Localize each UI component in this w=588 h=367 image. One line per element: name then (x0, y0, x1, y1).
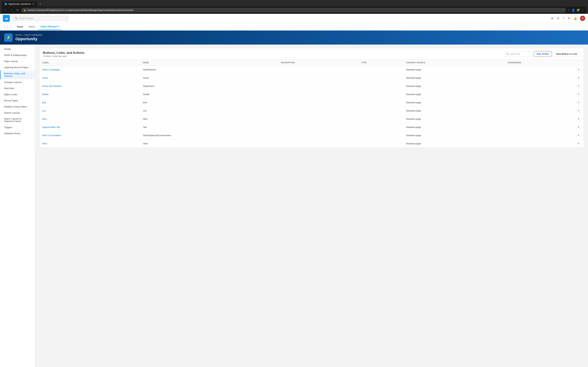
sidebar-item-search-layouts[interactable]: Search Layouts (0, 110, 35, 116)
row-label-link[interactable]: New (42, 118, 47, 120)
quick-find-search-icon: 🔍 (506, 53, 509, 55)
table-header-row: LABEL NAME DESCRIPTION TYPE CONTENT SOUR… (39, 60, 584, 66)
grid-icon[interactable]: ⊞ (550, 16, 554, 21)
row-action-dropdown-button[interactable]: ▾ (576, 92, 581, 96)
quick-find-input[interactable]: 🔍 Quick Find (504, 51, 532, 57)
cell-overridden: ▾ (505, 140, 584, 148)
col-header-label: LABEL (39, 60, 140, 66)
salesforce-logo[interactable]: ☁ (3, 15, 10, 22)
refresh-button[interactable]: ↻ (16, 8, 19, 12)
cell-content-source: Standard page (403, 74, 505, 82)
row-action-dropdown-button[interactable]: ▾ (576, 142, 581, 145)
cloud-icon: ☁ (5, 17, 8, 20)
sidebar-item-record-types[interactable]: Record Types (0, 98, 35, 104)
sidebar-item-compact-layouts[interactable]: Compact Layouts (0, 79, 35, 85)
cell-label: Clone (39, 74, 140, 82)
row-label-link[interactable]: Start Conversation (42, 134, 61, 137)
cell-content-source: Standard page (403, 131, 505, 140)
cell-name: StartOutboundConversation (140, 131, 278, 140)
row-label-link[interactable]: Clone (42, 76, 48, 79)
sidebar-item-field-sets[interactable]: Field Sets (0, 85, 35, 92)
sidebar-item-page-layouts[interactable]: Page Layouts (0, 58, 35, 64)
add-icon[interactable]: ⊕ (556, 16, 560, 21)
sidebar-item-fields-relationships[interactable]: Fields & Relationships (0, 52, 35, 58)
cell-type (358, 90, 403, 98)
profile-icon[interactable]: 👤 (571, 8, 575, 12)
cell-overridden: ▾ (505, 74, 584, 82)
cell-type (358, 98, 403, 107)
bookmark-icon[interactable]: ☆ (568, 8, 570, 12)
global-search[interactable]: 🔍 Search Setup (13, 16, 69, 21)
menu-icon[interactable]: ⋮ (581, 8, 584, 12)
back-button[interactable]: ← (4, 8, 8, 12)
sidebar-item-object-manager[interactable]: Object Manager ▾ (38, 23, 62, 30)
browser-tab-active[interactable]: Opportunity | Salesforce ✕ (2, 1, 37, 7)
cell-overridden: ▾ (505, 115, 584, 123)
table-row: Clone with Related DeepClone Standard pa… (39, 82, 584, 90)
table-row: Opportunities Tab Tab Standard page ▾ (39, 123, 584, 131)
main-panel: Buttons, Links, and Actions 10 Items, So… (39, 48, 584, 148)
extension-icon[interactable]: 🧩 (576, 8, 580, 12)
cell-description (278, 90, 359, 98)
cell-content-source: Standard page (403, 123, 505, 131)
address-bar[interactable]: 🔒 velocity-computing-9919.lightning.forc… (21, 8, 566, 12)
search-icon: 🔍 (15, 17, 18, 20)
waffle-menu-icon[interactable]: ⋮⋮⋮ (3, 25, 12, 29)
sidebar-item-related-lookup-filters[interactable]: Related Lookup Filters (0, 104, 35, 110)
row-label-link[interactable]: Opportunities Tab (42, 126, 60, 128)
help-icon[interactable]: ? (562, 16, 565, 21)
row-action-dropdown-button[interactable]: ▾ (576, 68, 581, 71)
tab-title: Opportunity | Salesforce (9, 3, 31, 5)
sidebar-item-home[interactable]: Home (26, 24, 37, 30)
row-label-link[interactable]: List (42, 109, 46, 112)
cell-type (358, 131, 403, 140)
row-action-dropdown-button[interactable]: ▾ (576, 76, 581, 80)
cell-content-source: Standard page (403, 66, 505, 74)
row-action-dropdown-button[interactable]: ▾ (576, 100, 581, 104)
breadcrumb-setup-link[interactable]: SETUP (15, 34, 22, 36)
row-action-dropdown-button[interactable]: ▾ (576, 125, 581, 129)
cell-content-source: Standard page (403, 107, 505, 115)
sidebar-item-search-layouts-classic[interactable]: Search Layouts for Salesforce Classic (0, 116, 35, 124)
table-row: Clone Clone Standard page ▾ (39, 74, 584, 82)
row-label-link[interactable]: Edit (42, 101, 46, 104)
row-label-link[interactable]: Clone with Related (42, 85, 61, 87)
quick-find-placeholder: Quick Find (510, 53, 520, 55)
sidebar-item-validation-rules[interactable]: Validation Rules (0, 130, 35, 136)
new-action-button[interactable]: New Action (534, 51, 552, 57)
cell-label: New (39, 115, 140, 123)
notification-icon[interactable]: 🔔 (573, 16, 578, 21)
sidebar-item-details[interactable]: Details (0, 46, 35, 52)
breadcrumb: SETUP > OBJECT MANAGER (15, 34, 42, 36)
sidebar-item-lightning-record-pages[interactable]: Lightning Record Pages (0, 64, 35, 70)
col-header-content-source: CONTENT SOURCE (403, 60, 505, 66)
panel-subtitle: 10 Items, Sorted by Label (43, 55, 84, 58)
cell-name: Clone (140, 74, 278, 82)
panel-header: Buttons, Links, and Actions 10 Items, So… (39, 48, 584, 60)
row-label-link[interactable]: Delete (42, 93, 49, 96)
sidebar-item-triggers[interactable]: Triggers (0, 124, 35, 130)
row-label-link[interactable]: Add to Campaign (42, 68, 60, 71)
cell-description (278, 140, 359, 148)
cell-overridden: ▾ (505, 123, 584, 131)
row-label-link[interactable]: View (42, 142, 47, 145)
settings-icon[interactable]: ⚙ (567, 16, 571, 21)
user-avatar[interactable]: U (580, 16, 585, 21)
tab-close-button[interactable]: ✕ (32, 3, 35, 5)
row-action-dropdown-button[interactable]: ▾ (576, 133, 581, 137)
cell-overridden: ▾ (505, 66, 584, 74)
col-header-name: NAME (140, 60, 278, 66)
new-tab-button[interactable]: + (38, 1, 43, 7)
row-action-dropdown-button[interactable]: ▾ (576, 117, 581, 121)
panel-header-text: Buttons, Links, and Actions 10 Items, So… (43, 51, 84, 58)
breadcrumb-object-manager-link[interactable]: OBJECT MANAGER (24, 34, 42, 36)
sidebar-item-buttons-links-actions[interactable]: Buttons, Links, and Actions (0, 70, 35, 79)
cell-overridden: ▾ (505, 107, 584, 115)
cell-label: Start Conversation (39, 131, 140, 140)
row-action-dropdown-button[interactable]: ▾ (576, 84, 581, 88)
search-placeholder: Search Setup (19, 17, 33, 20)
sidebar-item-object-limits[interactable]: Object Limits (0, 92, 35, 98)
new-button-or-link-button[interactable]: New Button or Link (553, 51, 580, 57)
forward-button[interactable]: → (10, 8, 14, 12)
row-action-dropdown-button[interactable]: ▾ (576, 109, 581, 113)
